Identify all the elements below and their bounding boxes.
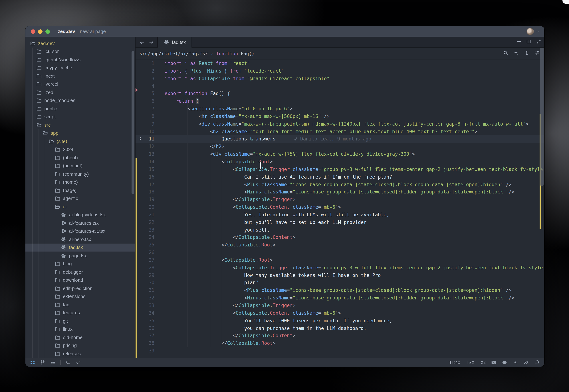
code-line-35[interactable]: 35 You'll have 1000 tokens per month. If… bbox=[135, 317, 544, 325]
code-line-24[interactable]: 24 </Collapsible.Content> bbox=[135, 234, 544, 241]
tree-item-2024[interactable]: 2024 bbox=[25, 145, 135, 154]
tree-item--cursor[interactable]: .cursor bbox=[25, 47, 135, 56]
avatar[interactable] bbox=[526, 28, 534, 35]
code-line-21[interactable]: 21 Yes. Interaction with LLMs will still… bbox=[135, 211, 544, 219]
code-line-20[interactable]: 20 <Collapsible.Content className="mb-6"… bbox=[135, 204, 544, 211]
editor-scrollbar-thumb[interactable] bbox=[540, 48, 544, 186]
git-branch-icon[interactable] bbox=[40, 360, 45, 365]
tree-item--site-[interactable]: (site) bbox=[25, 137, 135, 145]
line-number[interactable]: 30 bbox=[135, 279, 154, 287]
tab-faq-tsx[interactable]: faq.tsx bbox=[158, 37, 192, 48]
tree-item-node-modules[interactable]: node_modules bbox=[25, 96, 135, 105]
text-cursor-icon[interactable] bbox=[524, 50, 529, 57]
code-line-16[interactable]: 16 Can I still use AI features if I'm on… bbox=[135, 173, 544, 181]
tree-item-old-home[interactable]: old-home bbox=[25, 333, 135, 341]
line-number[interactable]: 3 bbox=[135, 75, 154, 83]
code-line-15[interactable]: 15 <Collapsible.Trigger className="group… bbox=[135, 166, 544, 173]
inline-assist-sparkles-icon[interactable] bbox=[513, 50, 519, 57]
code-line-25[interactable]: 25 </Collapsible.Root> bbox=[135, 241, 544, 249]
new-tab-plus-icon[interactable] bbox=[516, 39, 522, 46]
project-panel-scrollbar[interactable] bbox=[132, 51, 134, 194]
code-line-26[interactable]: 26 bbox=[135, 249, 544, 257]
diff-hunk-arrow-icon[interactable] bbox=[135, 88, 138, 92]
code-line-8[interactable]: 8 <hr className="mx-auto max-w-[500px] m… bbox=[135, 113, 544, 121]
split-pane-icon[interactable] bbox=[526, 39, 532, 46]
tree-item-releases[interactable]: releases bbox=[25, 350, 135, 358]
tree-item-page-tsx[interactable]: page.tsx bbox=[25, 252, 135, 260]
code-line-18[interactable]: 18 <Minus className="icons-base group-da… bbox=[135, 189, 544, 196]
line-number[interactable]: 18 bbox=[135, 189, 154, 196]
line-number[interactable]: 5 bbox=[135, 90, 154, 98]
code-line-34[interactable]: 34 <Collapsible.Content className="mb-6"… bbox=[135, 310, 544, 317]
code-line-7[interactable]: 7 <section className="pt-0 pb-16 px-6"> bbox=[135, 105, 544, 113]
line-number[interactable]: 23 bbox=[135, 226, 154, 234]
diagnostics-check-icon[interactable] bbox=[75, 360, 81, 365]
tree-item-edit-prediction[interactable]: edit-prediction bbox=[25, 284, 135, 292]
line-number[interactable]: 33 bbox=[135, 302, 154, 310]
edit-prediction-icon[interactable] bbox=[480, 360, 485, 365]
tree-item-ai-features-tsx[interactable]: ai-features.tsx bbox=[25, 219, 135, 227]
tree-item-faq[interactable]: faq bbox=[25, 301, 135, 309]
assistant-sparkles-icon[interactable] bbox=[513, 360, 518, 365]
tree-item--home-[interactable]: (home) bbox=[25, 178, 135, 186]
code-line-5[interactable]: 5export function Faq() { bbox=[135, 90, 544, 98]
line-number[interactable]: 20 bbox=[135, 204, 154, 211]
notifications-bell-icon[interactable] bbox=[535, 360, 540, 365]
line-number[interactable]: 8 bbox=[135, 113, 154, 121]
tree-item-ai[interactable]: ai bbox=[25, 203, 135, 211]
tree-item-ai-blog-videos-tsx[interactable]: ai-blog-videos.tsx bbox=[25, 211, 135, 219]
line-number[interactable]: 4 bbox=[135, 83, 154, 90]
line-number[interactable]: 9 bbox=[135, 121, 154, 128]
minimize-window-button[interactable] bbox=[38, 29, 43, 34]
inline-git-blame[interactable]: Danilo Leal, 9 months ago bbox=[294, 136, 371, 142]
tree-item--next[interactable]: .next bbox=[25, 72, 135, 80]
search-icon[interactable] bbox=[65, 360, 71, 365]
code-line-37[interactable]: 37 </Collapsible.Content> bbox=[135, 332, 544, 340]
line-number[interactable]: 26 bbox=[135, 249, 154, 257]
line-number[interactable]: 36 bbox=[135, 325, 154, 332]
line-number[interactable]: 21 bbox=[135, 211, 154, 219]
code-line-10[interactable]: 10 <h2 className="font-lora font-medium … bbox=[135, 128, 544, 136]
code-line-4[interactable]: 4 bbox=[135, 83, 544, 90]
terminal-icon[interactable] bbox=[491, 360, 496, 365]
line-number[interactable]: 29 bbox=[135, 272, 154, 279]
buffer-search-icon[interactable] bbox=[503, 50, 508, 57]
code-line-31[interactable]: 31 <Plus className="icons-base group-dat… bbox=[135, 287, 544, 294]
tree-item-agentic[interactable]: agentic bbox=[25, 194, 135, 203]
tree-item-zed-dev[interactable]: zed.dev bbox=[25, 39, 135, 47]
tree-item--zed[interactable]: .zed bbox=[25, 88, 135, 96]
breadcrumb[interactable]: src/app/(site)/ai/faq.tsx › function Faq… bbox=[139, 51, 254, 56]
line-number[interactable]: 1 bbox=[135, 60, 154, 68]
line-number[interactable]: 12 bbox=[135, 143, 154, 151]
tree-item-script[interactable]: script bbox=[25, 113, 135, 121]
code-line-3[interactable]: 3import * as Collapsible from "@radix-ui… bbox=[135, 75, 544, 83]
close-window-button[interactable] bbox=[31, 29, 35, 34]
line-number[interactable]: 6 bbox=[135, 98, 154, 105]
code-line-2[interactable]: 2import { Plus, Minus } from "lucide-rea… bbox=[135, 68, 544, 75]
tree-item-blog[interactable]: blog bbox=[25, 260, 135, 268]
code-line-12[interactable]: 12 </h2> bbox=[135, 143, 544, 151]
code-line-30[interactable]: 30 plan? bbox=[135, 279, 544, 287]
code-line-19[interactable]: 19 </Collapsible.Trigger> bbox=[135, 196, 544, 204]
tree-item-faq-tsx[interactable]: faq.tsx bbox=[25, 243, 135, 252]
chevron-down-icon[interactable] bbox=[535, 29, 541, 34]
tree-item-src[interactable]: src bbox=[25, 121, 135, 129]
tree-item-public[interactable]: public bbox=[25, 105, 135, 113]
debug-bug-icon[interactable] bbox=[502, 360, 507, 365]
tree-item-extensions[interactable]: extensions bbox=[25, 292, 135, 301]
navigate-back-button[interactable] bbox=[138, 39, 146, 45]
tree-item-debugger[interactable]: debugger bbox=[25, 268, 135, 276]
tree-item-ai-hero-tsx[interactable]: ai-hero.tsx bbox=[25, 235, 135, 243]
line-number[interactable]: 25 bbox=[135, 241, 154, 249]
tree-item-features[interactable]: features bbox=[25, 309, 135, 317]
outline-icon[interactable] bbox=[50, 360, 56, 365]
line-number[interactable]: 32 bbox=[135, 294, 154, 302]
tree-item-pricing[interactable]: pricing bbox=[25, 341, 135, 350]
tree-item--page-[interactable]: (page) bbox=[25, 186, 135, 194]
code-line-13[interactable]: 13 <div className="mx-auto w-[75%] flex … bbox=[135, 151, 544, 158]
line-number[interactable]: 17 bbox=[135, 181, 154, 189]
line-number[interactable]: 14 bbox=[135, 158, 154, 166]
branch-name[interactable]: new-ai-page bbox=[80, 29, 106, 34]
line-number[interactable]: 35 bbox=[135, 317, 154, 325]
tree-item-linux[interactable]: linux bbox=[25, 325, 135, 333]
